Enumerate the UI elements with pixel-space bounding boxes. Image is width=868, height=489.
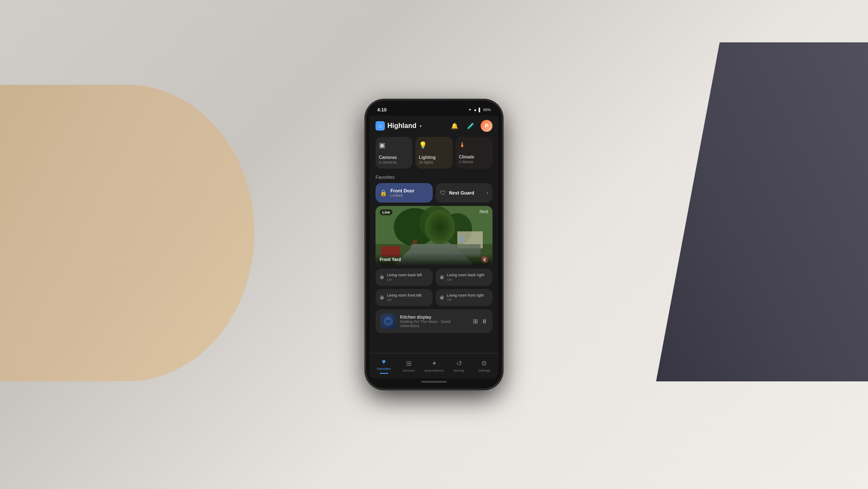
pause-button[interactable]: ⏸ — [481, 318, 487, 325]
nav-activity[interactable]: ↺ Activity — [447, 357, 472, 375]
front-door-info: Front Door Locked — [390, 188, 428, 197]
light-front-right-name: Living room front right — [447, 293, 489, 298]
chevron-down-icon[interactable]: ▾ — [420, 124, 422, 128]
lock-icon: 🔒 — [380, 189, 387, 196]
nav-automations[interactable]: ✦ Automations — [421, 357, 446, 375]
bluetooth-icon: ✦ — [468, 108, 472, 112]
home-bar — [421, 381, 447, 383]
media-thumbnail — [381, 314, 396, 329]
chevron-right-icon: › — [487, 190, 488, 196]
phone-screen: 4:10 ✦ ▲ ▌ 55% ⌂ Highland ▾ 🔔 🧪 — [370, 104, 498, 385]
bottom-navigation: ♥ Favorites ⊞ Devices ✦ Automations ↺ Ac… — [370, 353, 498, 378]
signal-icon: ▌ — [479, 108, 481, 112]
light-front-left-status: Off — [387, 298, 428, 302]
svg-rect-7 — [459, 236, 465, 242]
light-back-left-info: Living room back left Off — [387, 273, 428, 282]
camera-bottom-overlay: Front Yard 🔇 — [376, 253, 492, 265]
media-controls: ⊞ ⏸ — [473, 318, 487, 325]
light-indicator-icon: ◉ — [380, 295, 384, 300]
activity-nav-icon: ↺ — [456, 359, 462, 367]
climate-category-icon: 🌡 — [459, 141, 489, 149]
background-hand — [0, 85, 254, 381]
nest-guard-info: Nest Guard — [449, 190, 484, 195]
category-card-climate[interactable]: 🌡 Climate 1 device — [456, 137, 492, 169]
lights-grid: ◉ Living room back left Off ◉ Living roo… — [370, 269, 498, 309]
nest-guard-favorite[interactable]: 🛡 Nest Guard › — [436, 183, 493, 203]
avatar[interactable]: P — [481, 120, 492, 132]
lighting-category-info: Lighting 28 lights — [419, 155, 449, 164]
camera-category-sub: 4 cameras — [379, 160, 409, 164]
media-card[interactable]: Kitchen display Waiting For The Moon · D… — [376, 309, 492, 333]
camera-category-label: Cameras — [379, 155, 409, 160]
media-info: Kitchen display Waiting For The Moon · D… — [400, 315, 469, 328]
home-name[interactable]: Highland — [387, 122, 416, 130]
light-indicator-icon: ◉ — [440, 295, 444, 300]
svg-point-10 — [387, 320, 390, 323]
header-left: ⌂ Highland ▾ — [376, 121, 422, 131]
nav-devices[interactable]: ⊞ Devices — [396, 357, 421, 375]
favorites-nav-icon: ♥ — [382, 358, 386, 366]
lab-icon[interactable]: 🧪 — [465, 120, 476, 132]
light-back-right[interactable]: ◉ Living room back right Off — [436, 269, 493, 286]
svg-rect-5 — [413, 240, 417, 248]
camera-brand-badge: Nest — [479, 209, 488, 214]
category-card-cameras[interactable]: ▣ Cameras 4 cameras — [376, 137, 412, 169]
settings-nav-label: Settings — [478, 369, 490, 372]
nest-guard-name: Nest Guard — [449, 190, 484, 195]
favorites-section-label: Favorites — [370, 173, 498, 183]
lighting-category-label: Lighting — [419, 155, 449, 160]
app-content: ⌂ Highland ▾ 🔔 🧪 P ▣ Cameras — [370, 116, 498, 353]
camera-category-icon: ▣ — [379, 141, 409, 149]
devices-nav-icon: ⊞ — [406, 359, 412, 367]
front-door-name: Front Door — [390, 188, 428, 193]
status-icons: ✦ ▲ ▌ 55% — [468, 108, 491, 112]
live-badge: Live — [380, 209, 392, 215]
light-back-left[interactable]: ◉ Living room back left Off — [376, 269, 433, 286]
climate-category-info: Climate 1 device — [459, 155, 489, 164]
lighting-category-sub: 28 lights — [419, 160, 449, 164]
automations-nav-icon: ✦ — [431, 359, 437, 367]
categories-row: ▣ Cameras 4 cameras 💡 Lighting 28 lights… — [370, 135, 498, 173]
notch — [417, 107, 451, 115]
light-back-right-name: Living room back right — [447, 273, 489, 278]
home-icon: ⌂ — [376, 121, 385, 131]
camera-feed-card[interactable]: Live Nest Front Yard 🔇 — [376, 206, 492, 265]
header-right: 🔔 🧪 P — [448, 120, 492, 132]
light-indicator-icon: ◉ — [380, 275, 384, 279]
favorites-nav-label: Favorites — [377, 367, 391, 371]
climate-category-sub: 1 device — [459, 160, 489, 164]
status-time: 4:10 — [377, 107, 387, 112]
media-device-name: Kitchen display — [400, 315, 469, 320]
light-front-right-status: Off — [447, 298, 489, 302]
settings-nav-icon: ⚙ — [481, 359, 487, 367]
nav-settings[interactable]: ⚙ Settings — [472, 357, 497, 375]
activity-nav-label: Activity — [454, 369, 465, 372]
shield-icon: 🛡 — [440, 189, 446, 196]
devices-nav-label: Devices — [403, 369, 415, 372]
media-song-info: Waiting For The Moon · David Arkenstone — [400, 320, 469, 328]
light-front-right[interactable]: ◉ Living room front right Off — [436, 289, 493, 306]
light-back-right-info: Living room back right Off — [447, 273, 489, 282]
battery-level: 55% — [483, 108, 491, 112]
light-front-left-name: Living room front left — [387, 293, 428, 298]
light-back-left-status: Off — [387, 278, 428, 282]
camera-category-info: Cameras 4 cameras — [379, 155, 409, 164]
light-front-right-info: Living room front right Off — [447, 293, 489, 302]
nav-favorites[interactable]: ♥ Favorites — [371, 356, 396, 376]
light-back-right-status: Off — [447, 278, 489, 282]
phone-frame: 4:10 ✦ ▲ ▌ 55% ⌂ Highland ▾ 🔔 🧪 — [366, 100, 502, 389]
wifi-icon: ▲ — [473, 108, 477, 112]
camera-mute-icon[interactable]: 🔇 — [481, 256, 488, 263]
home-indicator — [370, 378, 498, 385]
category-card-lighting[interactable]: 💡 Lighting 28 lights — [415, 137, 452, 169]
light-indicator-icon: ◉ — [440, 275, 444, 279]
light-front-left[interactable]: ◉ Living room front left Off — [376, 289, 433, 306]
lighting-category-icon: 💡 — [419, 141, 449, 149]
app-header: ⌂ Highland ▾ 🔔 🧪 P — [370, 116, 498, 135]
cast-icon[interactable]: ⊞ — [473, 318, 478, 325]
notification-bell-icon[interactable]: 🔔 — [448, 120, 460, 132]
camera-location-name: Front Yard — [380, 257, 401, 262]
front-door-favorite[interactable]: 🔒 Front Door Locked — [376, 183, 433, 203]
automations-nav-label: Automations — [425, 369, 443, 372]
front-door-status: Locked — [390, 193, 428, 197]
